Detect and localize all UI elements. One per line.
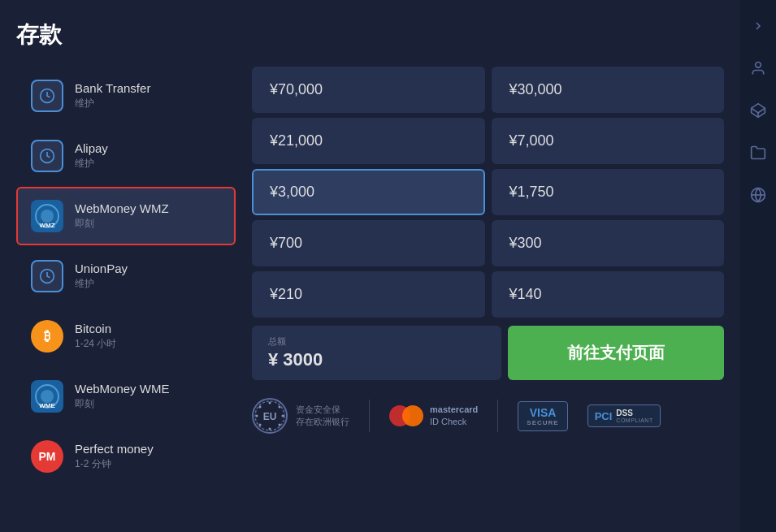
right-panel: ¥70,000 ¥30,000 ¥21,000 ¥7,000 ¥3,000 ¥1… bbox=[236, 67, 724, 532]
bank-transfer-info: Bank Transfer 维护 bbox=[75, 81, 150, 110]
user-icon[interactable] bbox=[745, 55, 771, 81]
perfect-money-info: Perfect money 1-2 分钟 bbox=[75, 442, 154, 471]
amount-row-3: ¥3,000 ¥1,750 bbox=[252, 169, 724, 215]
amount-700[interactable]: ¥700 bbox=[252, 220, 485, 266]
bitcoin-icon: ₿ bbox=[31, 320, 63, 353]
cube-icon[interactable] bbox=[745, 97, 771, 123]
clock-icon bbox=[31, 80, 63, 112]
wme-info: WebMoney WME 即刻 bbox=[75, 382, 169, 411]
mc-orange-circle bbox=[402, 405, 423, 426]
payment-method-bank-transfer[interactable]: Bank Transfer 维护 bbox=[16, 67, 236, 125]
amount-300[interactable]: ¥300 bbox=[492, 220, 725, 266]
visa-badge: VISA SECURE bbox=[518, 401, 567, 431]
svg-point-19 bbox=[259, 424, 262, 426]
visa-sublabel: SECURE bbox=[527, 419, 558, 426]
svg-text:EU: EU bbox=[263, 411, 277, 422]
wmz-icon: WMZ bbox=[31, 200, 63, 232]
amount-row-4: ¥700 ¥300 bbox=[252, 220, 724, 266]
eu-circle: EU bbox=[252, 398, 288, 434]
page-title: 存款 bbox=[16, 19, 724, 50]
total-value: ¥ 3000 bbox=[268, 349, 485, 370]
payment-methods-list: Bank Transfer 维护 Alipay 维护 bbox=[16, 67, 236, 532]
payment-method-bitcoin[interactable]: ₿ Bitcoin 1-24 小时 bbox=[16, 307, 236, 365]
payment-method-unionpay[interactable]: UnionPay 维护 bbox=[16, 247, 236, 305]
visa-label: VISA bbox=[530, 406, 557, 419]
svg-point-22 bbox=[756, 63, 761, 68]
svg-point-17 bbox=[279, 424, 281, 426]
total-section: 总额 ¥ 3000 前往支付页面 bbox=[252, 326, 724, 380]
mc-circles-icon bbox=[389, 405, 423, 426]
svg-point-16 bbox=[282, 415, 284, 417]
right-sidebar bbox=[740, 0, 776, 532]
amount-1750[interactable]: ¥1,750 bbox=[492, 169, 725, 215]
clock-icon bbox=[31, 140, 63, 172]
svg-point-15 bbox=[279, 406, 281, 409]
total-label: 总额 bbox=[268, 335, 485, 348]
unionpay-info: UnionPay 维护 bbox=[75, 262, 128, 291]
svg-point-21 bbox=[259, 406, 262, 409]
main-content: 存款 Bank Transfer 维护 bbox=[0, 0, 740, 532]
dss-label: DSS bbox=[616, 409, 652, 417]
amount-210[interactable]: ¥210 bbox=[252, 271, 485, 318]
amount-140[interactable]: ¥140 bbox=[492, 271, 725, 318]
amount-30000[interactable]: ¥30,000 bbox=[492, 67, 725, 113]
bitcoin-info: Bitcoin 1-24 小时 bbox=[75, 322, 116, 351]
eu-badge: EU 资金安全保 存在欧洲银行 bbox=[252, 398, 349, 434]
clock-icon bbox=[31, 260, 63, 292]
amount-7000[interactable]: ¥7,000 bbox=[492, 118, 725, 164]
payment-method-perfect-money[interactable]: PM Perfect money 1-2 分钟 bbox=[16, 427, 236, 486]
security-footer: EU 资金安全保 存在欧洲银行 bbox=[252, 388, 724, 447]
svg-point-10 bbox=[41, 390, 54, 403]
chevron-right-icon[interactable] bbox=[745, 13, 771, 39]
content-area: Bank Transfer 维护 Alipay 维护 bbox=[16, 67, 724, 532]
payment-method-webmoney-wmz[interactable]: WMZ WebMoney WMZ 即刻 bbox=[16, 187, 236, 245]
amount-70000[interactable]: ¥70,000 bbox=[252, 67, 485, 113]
payment-method-webmoney-wme[interactable]: WME WebMoney WME 即刻 bbox=[16, 367, 236, 426]
separator-2 bbox=[497, 400, 498, 432]
wme-icon: WME bbox=[31, 380, 63, 413]
pci-dss-badge: PCI DSS COMPLIANT bbox=[587, 404, 661, 427]
folder-icon[interactable] bbox=[745, 140, 771, 166]
svg-text:WMZ: WMZ bbox=[39, 222, 54, 229]
amount-row-5: ¥210 ¥140 bbox=[252, 271, 724, 318]
pm-icon: PM bbox=[31, 440, 63, 473]
mastercard-badge: mastercard ID Check bbox=[389, 404, 478, 429]
alipay-info: Alipay 维护 bbox=[75, 141, 108, 171]
compliant-label: COMPLIANT bbox=[616, 417, 652, 423]
amount-row-1: ¥70,000 ¥30,000 bbox=[252, 67, 724, 113]
svg-point-18 bbox=[269, 428, 271, 430]
pci-label: PCI bbox=[595, 410, 613, 422]
pay-button[interactable]: 前往支付页面 bbox=[508, 326, 725, 380]
svg-point-4 bbox=[41, 210, 54, 223]
mc-text: mastercard ID Check bbox=[430, 404, 478, 429]
globe-icon[interactable] bbox=[745, 182, 771, 208]
amount-3000[interactable]: ¥3,000 bbox=[252, 169, 485, 215]
svg-text:WME: WME bbox=[39, 402, 55, 409]
separator-1 bbox=[369, 400, 370, 432]
total-input[interactable]: 总额 ¥ 3000 bbox=[252, 326, 501, 380]
payment-method-alipay[interactable]: Alipay 维护 bbox=[16, 127, 236, 185]
svg-point-14 bbox=[269, 402, 271, 404]
eu-text: 资金安全保 存在欧洲银行 bbox=[296, 404, 349, 429]
wmz-info: WebMoney WMZ 即刻 bbox=[75, 201, 169, 231]
amount-21000[interactable]: ¥21,000 bbox=[252, 118, 485, 164]
svg-text:₿: ₿ bbox=[44, 329, 50, 343]
amount-row-2: ¥21,000 ¥7,000 bbox=[252, 118, 724, 164]
svg-point-20 bbox=[256, 415, 258, 417]
